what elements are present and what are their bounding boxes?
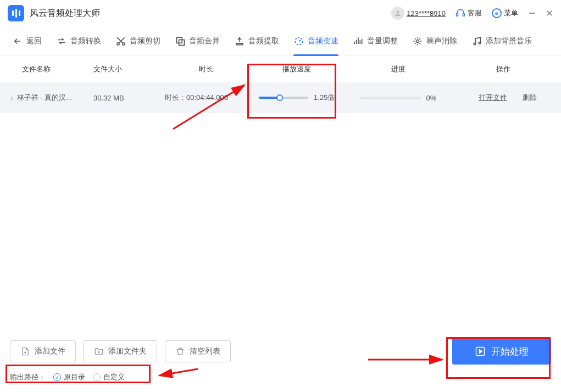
output-label: 输出路径： — [10, 372, 46, 382]
tab-label: 音量调整 — [367, 36, 398, 46]
back-label: 返回 — [26, 36, 42, 46]
svg-point-7 — [123, 42, 125, 44]
progress-value: 0% — [426, 94, 437, 102]
tab-label: 音频剪切 — [130, 36, 160, 46]
progress-bar — [360, 97, 421, 99]
menu-label: 菜单 — [504, 8, 518, 18]
tab-bgm[interactable]: 添加背景音乐 — [465, 30, 538, 52]
user-id: 123****8910 — [407, 9, 446, 18]
close-button[interactable] — [546, 9, 553, 17]
add-folder-button[interactable]: 添加文件夹 — [84, 340, 157, 362]
svg-point-12 — [474, 43, 475, 44]
bgm-icon — [471, 36, 482, 47]
support-label: 客服 — [468, 8, 482, 18]
tab-label: 音频转换 — [70, 36, 101, 46]
file-name: 林子祥 - 真的汉... — [17, 93, 72, 103]
tab-label: 音频提取 — [248, 36, 279, 46]
radio-unchecked-icon — [93, 373, 101, 381]
add-folder-label: 添加文件夹 — [108, 346, 147, 356]
tab-speed[interactable]: 音频变速 — [287, 30, 345, 52]
col-name: 文件名称 — [5, 64, 93, 74]
clear-list-button[interactable]: 清空列表 — [165, 340, 231, 362]
toolbar: 返回 音频转换音频剪切音频合并音频提取音频变速音量调整噪声消除添加背景音乐 — [0, 26, 561, 56]
trash-icon — [175, 346, 185, 356]
svg-rect-1 — [457, 14, 458, 16]
cut-icon — [115, 36, 126, 47]
radio-custom-label: 自定义 — [103, 372, 125, 382]
back-icon — [12, 36, 23, 47]
radio-custom-dir[interactable]: 自定义 — [93, 372, 125, 382]
user-account[interactable]: 123****8910 — [391, 7, 446, 20]
start-label: 开始处理 — [491, 345, 529, 358]
minimize-button[interactable] — [528, 9, 536, 17]
radio-original-dir[interactable]: 原目录 — [53, 372, 85, 382]
delete-link[interactable]: 删除 — [523, 93, 537, 103]
titlebar: 风云音频处理大师 123****8910 客服 ≡ 菜单 — [0, 0, 561, 26]
col-ops: 操作 — [451, 64, 556, 74]
table-header: 文件名称 文件大小 时长 播放速度 进度 操作 — [0, 56, 561, 82]
col-speed: 播放速度 — [247, 64, 346, 74]
tab-label: 添加背景音乐 — [486, 36, 532, 46]
folder-plus-icon — [94, 346, 104, 356]
app-title: 风云音频处理大师 — [30, 8, 100, 19]
headset-icon — [456, 8, 465, 18]
svg-point-11 — [416, 40, 419, 42]
extract-icon — [234, 36, 245, 47]
col-size: 文件大小 — [93, 64, 165, 74]
volume-icon — [353, 36, 364, 47]
menu-button[interactable]: ≡ 菜单 — [492, 8, 518, 18]
tab-volume[interactable]: 音量调整 — [346, 30, 404, 52]
svg-rect-8 — [176, 37, 182, 43]
tab-cut[interactable]: 音频剪切 — [109, 30, 167, 52]
start-process-button[interactable]: 开始处理 — [452, 338, 551, 365]
svg-point-13 — [479, 42, 480, 43]
tab-label: 噪声消除 — [426, 36, 457, 46]
tab-label: 音频变速 — [308, 36, 338, 46]
tab-convert[interactable]: 音频转换 — [49, 30, 108, 52]
table-row: ♪林子祥 - 真的汉...30.32 MB时长：00:04:44.0001.25… — [0, 82, 561, 113]
music-note-icon: ♪ — [10, 94, 14, 102]
col-progress: 进度 — [346, 64, 451, 74]
radio-original-label: 原目录 — [64, 372, 85, 382]
file-size: 30.32 MB — [93, 94, 165, 102]
speed-icon — [293, 36, 304, 47]
convert-icon — [56, 36, 67, 47]
open-file-link[interactable]: 打开文件 — [479, 93, 507, 103]
speed-slider[interactable] — [259, 97, 308, 99]
svg-point-6 — [117, 42, 119, 44]
tab-merge[interactable]: 音频合并 — [168, 30, 226, 52]
merge-icon — [175, 36, 186, 47]
svg-point-0 — [397, 10, 399, 13]
menu-icon: ≡ — [492, 8, 502, 18]
add-file-label: 添加文件 — [35, 346, 65, 356]
tab-noise[interactable]: 噪声消除 — [406, 30, 464, 52]
tab-extract[interactable]: 音频提取 — [227, 30, 286, 52]
add-file-button[interactable]: 添加文件 — [10, 340, 76, 362]
play-icon — [475, 346, 486, 357]
file-duration: 时长：00:04:44.000 — [165, 93, 247, 103]
support-button[interactable]: 客服 — [456, 8, 482, 18]
svg-rect-2 — [463, 14, 465, 16]
app-logo — [8, 5, 24, 21]
back-button[interactable]: 返回 — [5, 30, 48, 52]
tab-label: 音频合并 — [189, 36, 220, 46]
table-body: ♪林子祥 - 真的汉...30.32 MB时长：00:04:44.0001.25… — [0, 82, 561, 113]
bottombar: 添加文件 添加文件夹 清空列表 开始处理 输出路径： 原目录 自定义 — [0, 331, 561, 392]
output-path-row: 输出路径： 原目录 自定义 — [10, 372, 551, 382]
col-duration: 时长 — [165, 64, 247, 74]
noise-icon — [412, 36, 423, 47]
clear-label: 清空列表 — [190, 346, 220, 356]
avatar-icon — [391, 7, 404, 20]
speed-value: 1.25倍 — [314, 93, 335, 103]
radio-checked-icon — [53, 373, 61, 381]
file-plus-icon — [20, 346, 30, 356]
